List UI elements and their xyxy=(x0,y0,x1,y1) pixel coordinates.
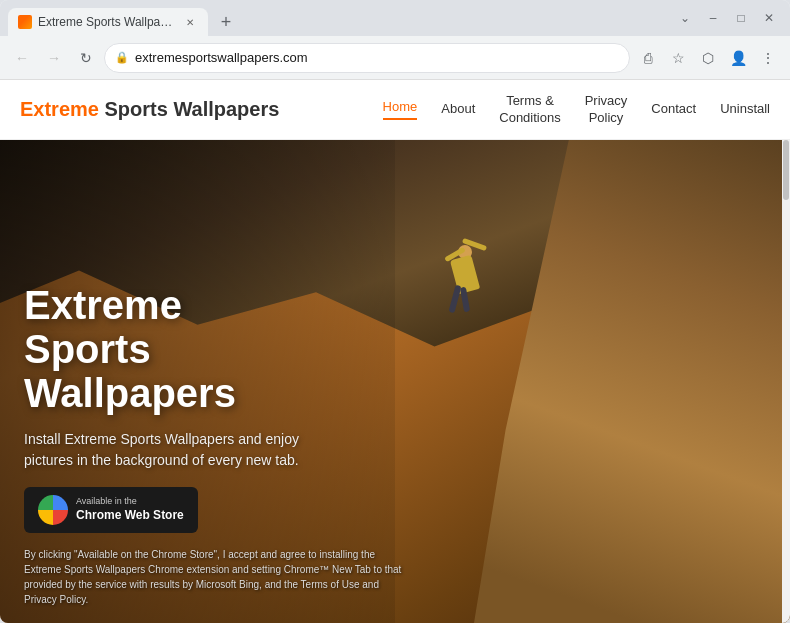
hero-title: Extreme Sports Wallpapers xyxy=(24,283,766,415)
nav-contact[interactable]: Contact xyxy=(651,101,696,118)
tab-title: Extreme Sports Wallpapers xyxy=(38,15,176,29)
browser-toolbar: ← → ↻ 🔒 extremesportswallpapers.com ⎙ ☆ … xyxy=(0,36,790,80)
lock-icon: 🔒 xyxy=(115,51,129,64)
tab-close-button[interactable]: ✕ xyxy=(182,14,198,30)
forward-button[interactable]: → xyxy=(40,44,68,72)
bookmark-icon[interactable]: ☆ xyxy=(664,44,692,72)
chevron-down-icon[interactable]: ⌄ xyxy=(672,8,698,28)
toolbar-actions: ⎙ ☆ ⬡ 👤 ⋮ xyxy=(634,44,782,72)
tab-bar: Extreme Sports Wallpapers ✕ + xyxy=(8,0,668,36)
share-icon[interactable]: ⎙ xyxy=(634,44,662,72)
browser-window: Extreme Sports Wallpapers ✕ + ⌄ – □ ✕ ← … xyxy=(0,0,790,623)
profile-icon[interactable]: 👤 xyxy=(724,44,752,72)
menu-icon[interactable]: ⋮ xyxy=(754,44,782,72)
hero-section: Extreme Sports Wallpapers Install Extrem… xyxy=(0,140,790,623)
website-content: Extreme Sports Wallpapers Home About Ter… xyxy=(0,80,790,623)
tab-favicon xyxy=(18,15,32,29)
store-name-label: Chrome Web Store xyxy=(76,508,184,524)
nav-about[interactable]: About xyxy=(441,101,475,118)
chrome-icon xyxy=(38,495,68,525)
close-button[interactable]: ✕ xyxy=(756,8,782,28)
chrome-store-text: Available in the Chrome Web Store xyxy=(76,496,184,523)
hero-subtitle: Install Extreme Sports Wallpapers and en… xyxy=(24,429,344,471)
site-logo: Extreme Sports Wallpapers xyxy=(20,98,279,121)
chrome-store-button[interactable]: Available in the Chrome Web Store xyxy=(24,487,198,533)
address-bar[interactable]: 🔒 extremesportswallpapers.com xyxy=(104,43,630,73)
minimize-button[interactable]: – xyxy=(700,8,726,28)
reload-button[interactable]: ↻ xyxy=(72,44,100,72)
browser-titlebar: Extreme Sports Wallpapers ✕ + ⌄ – □ ✕ xyxy=(0,0,790,36)
site-header: Extreme Sports Wallpapers Home About Ter… xyxy=(0,80,790,140)
hero-content: Extreme Sports Wallpapers Install Extrem… xyxy=(0,263,790,623)
nav-uninstall[interactable]: Uninstall xyxy=(720,101,770,118)
nav-home[interactable]: Home xyxy=(383,99,418,120)
site-nav: Home About Terms & Conditions Privacy Po… xyxy=(383,93,770,127)
maximize-button[interactable]: □ xyxy=(728,8,754,28)
active-tab[interactable]: Extreme Sports Wallpapers ✕ xyxy=(8,8,208,36)
nav-terms[interactable]: Terms & Conditions xyxy=(499,93,560,127)
back-button[interactable]: ← xyxy=(8,44,36,72)
extensions-icon[interactable]: ⬡ xyxy=(694,44,722,72)
legal-text: By clicking "Available on the Chrome Sto… xyxy=(24,547,404,607)
new-tab-button[interactable]: + xyxy=(212,8,240,36)
scrollbar-thumb[interactable] xyxy=(783,140,789,200)
nav-privacy[interactable]: Privacy Policy xyxy=(585,93,628,127)
window-controls: ⌄ – □ ✕ xyxy=(672,8,782,28)
logo-rest: Sports Wallpapers xyxy=(99,98,279,120)
logo-brand: Extreme xyxy=(20,98,99,120)
address-text: extremesportswallpapers.com xyxy=(135,50,619,65)
available-label: Available in the xyxy=(76,496,184,508)
